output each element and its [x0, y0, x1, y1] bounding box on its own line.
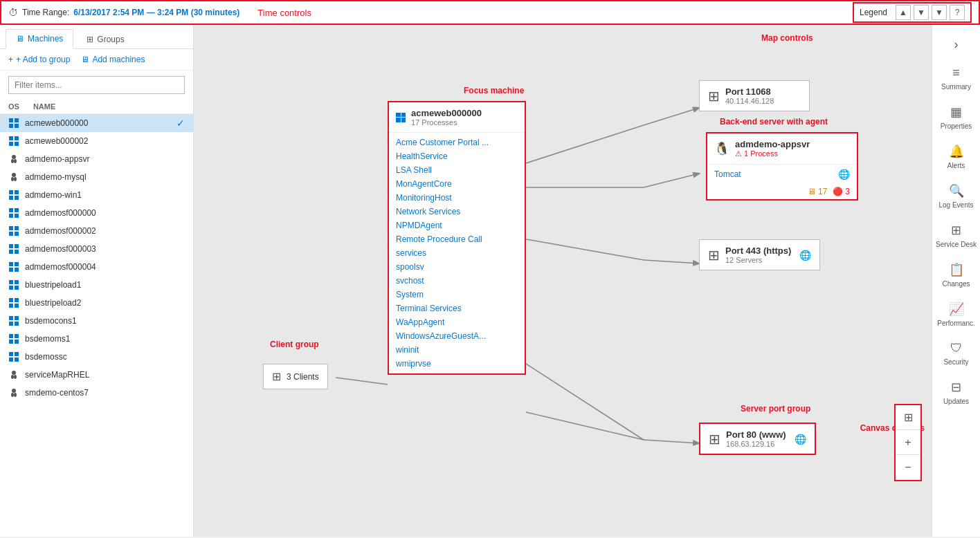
machine-item[interactable]: admdemosf000004	[0, 258, 193, 276]
nav-item-performanc[interactable]: 📈Performanc.	[933, 295, 979, 334]
client-group-label: Client group	[270, 340, 319, 349]
port-80-box[interactable]: ⊞ Port 80 (www) 168.63.129.16 🌐	[699, 423, 816, 455]
svg-line-69	[644, 440, 699, 443]
machine-name: admdemos​f000000	[25, 208, 185, 218]
machine-item[interactable]: admdemo-win1	[0, 186, 193, 204]
tab-machines[interactable]: 🖥 Machines	[6, 29, 73, 49]
machine-item[interactable]: admdemos​f000000	[0, 204, 193, 222]
nav-item-summary[interactable]: ≡Summary	[933, 59, 979, 98]
port-443-globe-icon: 🌐	[799, 250, 811, 261]
os-icon	[8, 189, 19, 201]
process-item[interactable]: MonitoringHost	[389, 191, 525, 205]
backend-server-label: Back-end server with agent	[720, 117, 828, 127]
port-80-title: Port 80 (www)	[726, 429, 786, 440]
legend-btn-1[interactable]: ▲	[896, 5, 911, 20]
os-icon	[8, 207, 19, 219]
nav-label: Log Events	[938, 201, 973, 209]
machine-item[interactable]: admdemo-appsvr	[0, 150, 193, 168]
machine-item[interactable]: admdemosf000003	[0, 240, 193, 258]
process-item[interactable]: spoolsv	[389, 260, 525, 274]
filter-input[interactable]	[8, 76, 185, 94]
process-item[interactable]: NPMDAgent	[389, 219, 525, 232]
machine-name: acmeweb000000	[25, 118, 171, 128]
map-canvas[interactable]: Map controls	[194, 25, 932, 537]
machine-item[interactable]: admdemosf000002	[0, 222, 193, 240]
svg-point-12	[11, 177, 14, 181]
process-list: Acme Customer Portal ...HealthServiceLSA…	[389, 133, 525, 373]
nav-label: Security	[943, 358, 968, 366]
backend-warn-badge: 🖥 17	[808, 187, 827, 196]
svg-rect-34	[9, 280, 13, 284]
process-item[interactable]: MonAgentCore	[389, 177, 525, 191]
process-item[interactable]: WindowsAzureGuestA...	[389, 329, 525, 343]
nav-item-logevents[interactable]: 🔍Log Events	[933, 176, 979, 216]
backend-process-count: ⚠ 1 Process	[735, 149, 810, 158]
svg-rect-39	[15, 298, 19, 302]
nav-item-servicedesk[interactable]: ⊞Service Desk	[933, 216, 979, 255]
nav-item-changes[interactable]: 📋Changes	[933, 255, 979, 295]
process-item[interactable]: Terminal Services	[389, 302, 525, 315]
nav-item-updates[interactable]: ⊟Updates	[933, 373, 979, 412]
add-machines-button[interactable]: 🖥 Add machines	[81, 55, 145, 64]
svg-rect-53	[15, 358, 19, 362]
machine-item[interactable]: admdemo-mysql	[0, 168, 193, 186]
svg-rect-44	[9, 322, 13, 326]
port-443-box[interactable]: ⊞ Port 443 (https) 12 Servers 🌐	[699, 239, 820, 270]
svg-rect-23	[15, 226, 19, 230]
backend-service-row: Tomcat 🌐	[707, 165, 857, 184]
back-button[interactable]: ›	[947, 30, 965, 59]
machine-item[interactable]: acmeweb000002	[0, 132, 193, 150]
svg-rect-31	[15, 262, 19, 266]
process-item[interactable]: Remote Procedure Call	[389, 232, 525, 246]
process-item[interactable]: svchost	[389, 274, 525, 288]
zoom-out-button[interactable]: −	[896, 455, 920, 480]
machine-item[interactable]: acmeweb000000✓	[0, 114, 193, 132]
time-controls-label: Time controls	[257, 8, 311, 18]
machine-name: admdemosf000003	[25, 244, 185, 254]
machine-name: bsdemocons1	[25, 316, 185, 326]
backend-server-name: admdemo-appsvr	[735, 139, 810, 149]
process-item[interactable]: HealthService	[389, 149, 525, 163]
nav-label: Service Desk	[936, 241, 977, 248]
svg-line-68	[644, 260, 699, 263]
nav-item-alerts[interactable]: 🔔Alerts	[933, 137, 979, 176]
process-item[interactable]: Network Services	[389, 205, 525, 219]
machine-item[interactable]: bluestripeload1	[0, 276, 193, 294]
process-item[interactable]: Acme Customer Portal ...	[389, 136, 525, 149]
fit-button[interactable]: ⊞	[896, 405, 920, 430]
nav-item-security[interactable]: 🛡Security	[933, 334, 979, 373]
backend-server-box: 🐧 admdemo-appsvr ⚠ 1 Process Tomcat 🌐 🖥 …	[706, 132, 858, 201]
process-item[interactable]: wmiprvse	[389, 357, 525, 371]
os-icon	[8, 243, 19, 254]
process-item[interactable]: System	[389, 288, 525, 302]
process-item[interactable]: WaAppAgent	[389, 315, 525, 329]
legend-filter-btn[interactable]: ▼	[932, 5, 947, 20]
port-11068-ip: 40.114.46.128	[725, 97, 774, 105]
nav-icon: ⊞	[951, 223, 961, 238]
svg-rect-46	[9, 334, 13, 338]
port-11068-box[interactable]: ⊞ Port 11068 40.114.46.128	[699, 80, 810, 111]
machine-item[interactable]: bsdemocons1	[0, 312, 193, 330]
machine-item[interactable]: bluestripeload2	[0, 294, 193, 312]
focus-os-icon	[396, 113, 406, 122]
legend-btn-2[interactable]: ▼	[914, 5, 929, 20]
nav-item-properties[interactable]: ▦Properties	[933, 98, 979, 137]
svg-rect-52	[9, 358, 13, 362]
tab-groups[interactable]: ⊞ Groups	[76, 29, 134, 48]
svg-rect-26	[9, 244, 13, 248]
process-item[interactable]: wininit	[389, 343, 525, 357]
add-to-group-button[interactable]: + + Add to group	[8, 55, 70, 64]
legend-help-btn[interactable]: ?	[950, 5, 965, 20]
process-item[interactable]: LSA Shell	[389, 163, 525, 177]
zoom-in-button[interactable]: +	[896, 430, 920, 455]
machine-item[interactable]: bsdemossc	[0, 348, 193, 366]
machine-item[interactable]: bsdemoms1	[0, 330, 193, 348]
nav-icon: ⊟	[951, 380, 961, 395]
client-group-icon: ⊞	[272, 370, 281, 383]
svg-rect-17	[15, 196, 19, 200]
machine-item[interactable]: smdemo-centos7	[0, 384, 193, 402]
process-item[interactable]: services	[389, 246, 525, 260]
client-group-box[interactable]: ⊞ 3 Clients	[263, 364, 328, 389]
machine-item[interactable]: serviceMapRHEL	[0, 366, 193, 384]
svg-rect-32	[9, 268, 13, 272]
